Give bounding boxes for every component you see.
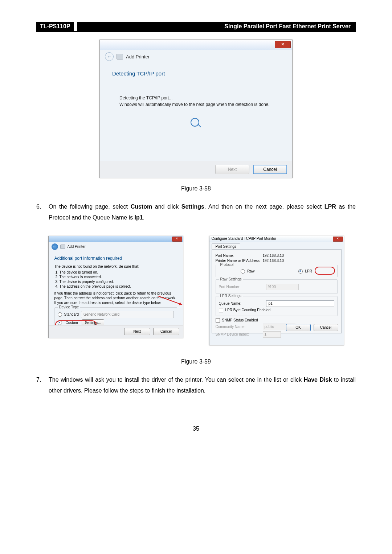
dialog-port-monitor: Configure Standard TCP/IP Port Monitor ✕… [209, 236, 344, 345]
titlebar: Configure Standard TCP/IP Port Monitor ✕ [209, 236, 344, 242]
portname-value: 192.168.3.10 [263, 254, 284, 258]
dialog-heading: Detecting TCP/IP port [112, 70, 280, 77]
dialog-port-info: ✕ ← Add Printer Additional port informat… [48, 236, 183, 338]
close-icon[interactable]: ✕ [172, 237, 182, 242]
step-7: 7. The windows will ask you to install t… [36, 374, 356, 397]
dialog-footer: Next Cancel [49, 325, 183, 338]
next-button[interactable]: Next [215, 165, 249, 174]
group-label: Device Type [58, 305, 81, 309]
group-label: Protocol [219, 263, 235, 267]
window-title: Configure Standard TCP/IP Port Monitor [212, 237, 277, 241]
wizard-breadcrumb: ← Add Printer [100, 50, 292, 63]
radio-raw[interactable] [241, 269, 245, 274]
step-6: 6. On the following page, select Custom … [36, 201, 356, 223]
lpr-byte-checkbox[interactable] [219, 308, 223, 312]
status-line-2: Windows will automatically move to the n… [119, 101, 280, 108]
radio-standard[interactable] [58, 312, 62, 317]
lpr-settings-group: LPR Settings Queue Name:lp1 LPR Byte Cou… [216, 296, 338, 316]
close-icon[interactable]: ✕ [333, 237, 343, 242]
page-header: TL-PS110P Single Parallel Port Fast Ethe… [36, 22, 356, 32]
close-icon[interactable]: ✕ [275, 41, 291, 48]
portnum-input: 9100 [266, 284, 299, 290]
figure-caption-59: Figure 3-59 [36, 358, 356, 365]
wizard-title: Add Printer [68, 245, 86, 249]
wizard-title: Add Printer [126, 54, 150, 59]
list-item: The device is turned on. [60, 270, 177, 275]
status-line-1: Detecting the TCP/IP port... [119, 95, 280, 101]
printer-icon [60, 245, 65, 249]
standard-dropdown[interactable]: Generic Network Card [81, 311, 173, 318]
group-label: LPR Settings [219, 294, 243, 298]
cancel-button[interactable]: Cancel [153, 328, 179, 335]
radio-label: LPR [305, 269, 312, 273]
cancel-button[interactable]: Cancel [253, 165, 287, 174]
dialog-footer: Next Cancel [100, 161, 292, 178]
titlebar: ✕ [100, 40, 292, 50]
radio-label: Standard [64, 312, 79, 316]
step-text: On the following page, select Custom and… [49, 201, 356, 223]
protocol-group: Protocol Raw LPR [216, 265, 338, 277]
step-text: The windows will ask you to install the … [49, 374, 356, 397]
callout-lpr [315, 267, 335, 275]
step-number: 7. [36, 374, 49, 397]
dialog-heading: Additional port information required [54, 256, 177, 261]
list-item: The device is properly configured. [60, 279, 177, 284]
queue-label: Queue Name: [219, 301, 266, 305]
queue-input[interactable]: lp1 [266, 300, 334, 307]
raw-settings-group: Raw Settings Port Number:9100 [216, 279, 338, 294]
help-text: If you think the address is not correct,… [54, 291, 177, 305]
product-title: Single Parallel Port Fast Ethernet Print… [77, 22, 356, 31]
intro-text: The device is not found on the network. … [54, 264, 177, 268]
group-label: Raw Settings [219, 277, 243, 281]
portnum-label: Port Number: [219, 285, 266, 289]
ip-label: Printer Name or IP Address: [216, 259, 263, 263]
ip-value: 192.168.3.10 [263, 259, 284, 263]
tab-body: Port Name:192.168.3.10 Printer Name or I… [212, 249, 342, 333]
step-number: 6. [36, 201, 49, 223]
back-icon[interactable]: ← [52, 243, 58, 250]
figure-caption-58: Figure 3-58 [36, 185, 356, 192]
page-number: 35 [36, 426, 356, 432]
checklist: The device is turned on. The network is … [60, 270, 177, 289]
next-button[interactable]: Next [124, 328, 150, 335]
dialog-detecting-port: ✕ ← Add Printer Detecting TCP/IP port De… [99, 40, 293, 178]
snmp-index-label: SNMP Device Index: [216, 332, 263, 336]
dialog-footer: OK Cancel [212, 322, 341, 333]
tab-port-settings[interactable]: Port Settings [212, 243, 240, 249]
radio-label: Raw [247, 269, 254, 273]
ok-button[interactable]: OK [286, 324, 311, 331]
portname-label: Port Name: [216, 254, 263, 258]
wizard-breadcrumb: ← Add Printer [49, 242, 183, 251]
search-icon [191, 118, 201, 129]
lpr-byte-label: LPR Byte Counting Enabled [225, 308, 271, 312]
model-badge: TL-PS110P [36, 22, 74, 31]
cancel-button[interactable]: Cancel [314, 324, 338, 331]
back-icon[interactable]: ← [105, 52, 114, 61]
radio-lpr[interactable] [298, 269, 303, 274]
list-item: The network is connected. [60, 275, 177, 279]
titlebar: ✕ [49, 236, 183, 242]
list-item: The address on the previous page is corr… [60, 284, 177, 289]
printer-icon [117, 54, 123, 59]
snmp-label: SNMP Status Enabled [222, 318, 258, 322]
